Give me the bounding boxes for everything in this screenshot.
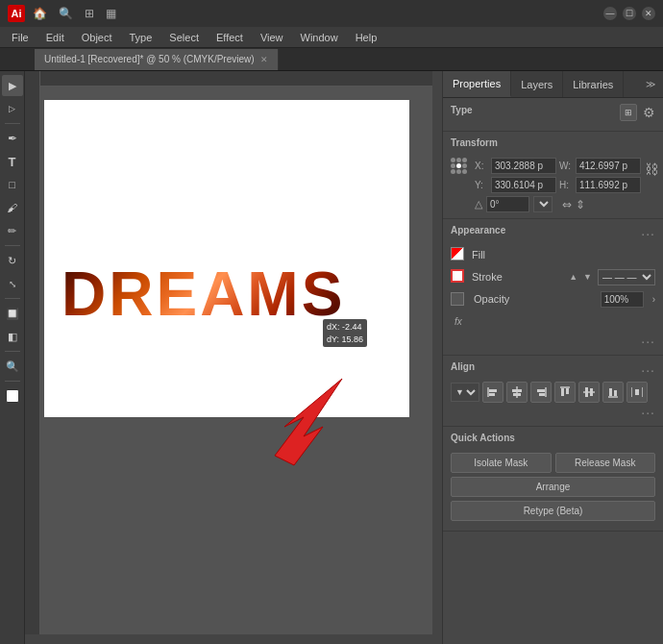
svg-rect-12 — [566, 388, 569, 394]
svg-rect-6 — [513, 393, 521, 396]
svg-rect-21 — [635, 389, 639, 395]
align-section: Align ··· ▼ — [443, 356, 663, 427]
scale-tool[interactable]: ⤡ — [2, 273, 23, 294]
align-center-vertical-btn[interactable] — [578, 382, 600, 403]
stroke-color-preview — [451, 269, 464, 283]
search-icon[interactable]: 🔍 — [59, 7, 73, 20]
menu-edit[interactable]: Edit — [38, 30, 72, 45]
fill-swatch-icon[interactable] — [451, 247, 466, 262]
canvas-area[interactable]: DREAMS dX: -2.44 dY: 15.86 — [25, 71, 442, 644]
menu-type[interactable]: Type — [122, 30, 160, 45]
home-icon[interactable]: 🏠 — [33, 7, 47, 20]
stroke-label: Stroke — [472, 271, 563, 283]
menu-help[interactable]: Help — [348, 30, 385, 45]
maximize-button[interactable]: ☐ — [623, 7, 636, 20]
isolate-mask-button[interactable]: Isolate Mask — [451, 453, 552, 473]
type-section-header: Type ⊞ ⚙ — [451, 104, 655, 121]
transform-x-item: X: — [475, 158, 556, 174]
shape-tool[interactable]: □ — [2, 174, 23, 195]
svg-rect-16 — [608, 396, 618, 398]
direct-select-tool[interactable]: ▷ — [2, 98, 23, 119]
pen-tool[interactable]: ✒ — [2, 128, 23, 149]
layout-icon[interactable]: ▦ — [106, 7, 116, 20]
constrain-proportions-icon[interactable]: ⛓ — [645, 161, 658, 177]
flip-v-icon[interactable]: ⇕ — [576, 198, 585, 211]
left-toolbar: ▶ ▷ ✒ T □ 🖌 ✏ ↻ ⤡ 🔲 ◧ 🔍 — [0, 71, 25, 644]
align-left-edges-btn[interactable] — [482, 382, 503, 403]
angle-input[interactable] — [486, 196, 529, 212]
vertical-scrollbar[interactable] — [432, 71, 442, 644]
h-input[interactable] — [576, 177, 641, 193]
opacity-row: Opacity › — [451, 289, 655, 309]
flip-h-icon[interactable]: ⇔ — [562, 198, 572, 211]
document-tab[interactable]: Untitled-1 [Recovered]* @ 50 % (CMYK/Pre… — [35, 49, 279, 70]
menu-file[interactable]: File — [4, 30, 37, 45]
type-icon-1[interactable]: ⊞ — [620, 104, 637, 121]
stroke-swatch-icon[interactable] — [451, 269, 466, 285]
align-more-icon[interactable]: ··· — [641, 362, 655, 378]
angle-dropdown[interactable]: ▼ — [533, 196, 552, 212]
align-to-dropdown[interactable]: ▼ — [451, 383, 479, 402]
menu-window[interactable]: Window — [293, 30, 346, 45]
minimize-button[interactable]: — — [603, 7, 617, 20]
tab-libraries[interactable]: Libraries — [563, 71, 624, 97]
arrange-button[interactable]: Arrange — [451, 477, 655, 497]
appearance-more-icon[interactable]: ··· — [641, 226, 655, 241]
svg-rect-3 — [489, 393, 495, 396]
main-layout: ▶ ▷ ✒ T □ 🖌 ✏ ↻ ⤡ 🔲 ◧ 🔍 DREAMS dX: -2.44… — [0, 71, 663, 644]
ref-dot-3 — [462, 158, 467, 162]
opacity-label: Opacity — [474, 293, 595, 305]
svg-rect-18 — [614, 390, 617, 396]
menu-select[interactable]: Select — [161, 30, 207, 45]
horizontal-scrollbar[interactable] — [25, 634, 432, 644]
gradient-tool[interactable]: ◧ — [2, 326, 23, 347]
w-input[interactable] — [576, 158, 641, 174]
ref-dot-4 — [451, 163, 455, 168]
pencil-tool[interactable]: ✏ — [2, 220, 23, 241]
x-input[interactable] — [491, 158, 556, 174]
zoom-tool[interactable]: 🔍 — [2, 356, 23, 377]
transform-w-item: W: — [559, 158, 641, 174]
align-right-edges-btn[interactable] — [530, 382, 552, 403]
select-tool[interactable]: ▶ — [2, 75, 23, 96]
menu-effect[interactable]: Effect — [209, 30, 251, 45]
menu-view[interactable]: View — [253, 30, 291, 45]
menu-object[interactable]: Object — [74, 30, 120, 45]
stroke-dropdown[interactable]: — — — — [598, 269, 655, 285]
svg-rect-11 — [561, 388, 564, 396]
stroke-down-arrow[interactable]: ▼ — [583, 272, 592, 282]
close-button[interactable]: ✕ — [642, 7, 655, 20]
type-icon-2[interactable]: ⚙ — [643, 105, 655, 120]
distribute-horizontal-btn[interactable] — [626, 382, 648, 403]
stroke-row: Stroke ▲ ▼ — — — — [451, 267, 655, 286]
align-center-horizontal-btn[interactable] — [506, 382, 528, 403]
fill-color[interactable] — [6, 389, 19, 403]
release-mask-button[interactable]: Release Mask — [555, 453, 656, 473]
align-bottom-more[interactable]: ··· — [641, 405, 655, 420]
tab-properties[interactable]: Properties — [443, 71, 511, 97]
paintbrush-tool[interactable]: 🖌 — [2, 197, 23, 218]
svg-rect-2 — [489, 389, 497, 392]
rotate-tool[interactable]: ↻ — [2, 250, 23, 271]
type-tool[interactable]: T — [2, 151, 23, 172]
y-input[interactable] — [491, 177, 556, 193]
fx-label[interactable]: fx — [454, 316, 462, 327]
align-top-edges-btn[interactable] — [554, 382, 576, 403]
align-bottom-edges-btn[interactable] — [602, 382, 624, 403]
stroke-color[interactable] — [2, 405, 23, 426]
stroke-up-arrow[interactable]: ▲ — [569, 272, 577, 282]
ruler-left — [25, 71, 40, 644]
appearance-bottom-more[interactable]: ··· — [641, 334, 655, 349]
svg-rect-10 — [560, 386, 570, 388]
ref-dot-1 — [451, 158, 455, 162]
grid-icon[interactable]: ⊞ — [85, 7, 94, 20]
opacity-arrow[interactable]: › — [652, 294, 655, 305]
opacity-input[interactable] — [601, 291, 644, 308]
tab-layers[interactable]: Layers — [511, 71, 563, 97]
panel-tabs-more[interactable]: ≫ — [638, 79, 663, 89]
title-bar-left: Ai 🏠 🔍 ⊞ ▦ — [8, 5, 116, 22]
eyedropper-tool[interactable]: 🔲 — [2, 303, 23, 324]
tab-close-icon[interactable]: ✕ — [260, 55, 268, 64]
retype-button[interactable]: Retype (Beta) — [451, 501, 655, 521]
transform-reference-grid[interactable] — [451, 158, 467, 174]
